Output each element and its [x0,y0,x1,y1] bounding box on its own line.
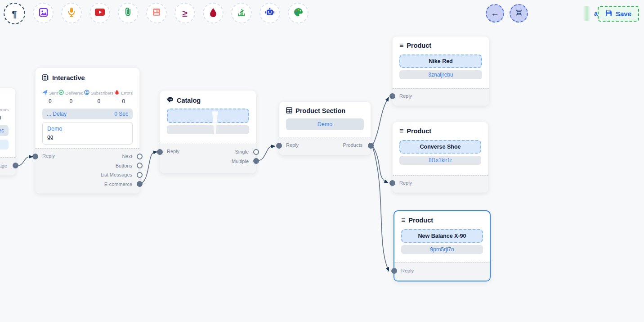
output-multiple-label: Multiple [232,158,249,164]
interactive-node[interactable]: Interactive Sent 0 Delivered 0 [35,68,140,194]
output-multiple-handle[interactable] [253,158,259,164]
delay-row[interactable]: ... Delay 0 Sec [42,109,133,119]
fit-view-button[interactable] [510,4,528,23]
tool-text-button[interactable]: ¶ [4,3,25,24]
image-icon [39,8,48,19]
node-title-label: Catalog [177,97,201,104]
node-title-label: Product [407,42,431,49]
message-output-handle[interactable] [13,163,18,168]
stat-errors: Errors 0 [0,105,9,121]
reply-input-handle[interactable] [157,149,163,155]
grid-icon [286,107,292,115]
catalog-dropzone[interactable] [167,109,249,123]
quick-reply-pill[interactable] [0,140,9,150]
tool-sequence-button[interactable]: ≥ [174,3,195,23]
reply-input-label: Reply [286,142,299,148]
product-ref: 3znaljrebu [399,70,482,79]
delay-row[interactable]: 0 Sec [0,125,9,136]
product-node-3[interactable]: ≡ Product New Balance X-90 9prn5rji7n Re… [394,210,491,281]
edge-products-to-product1 [372,100,387,146]
product-node-2[interactable]: ≡ Product Converse Shoe 8l1s1kir1r Reply [392,122,488,193]
delay-value: 0 Sec [114,111,128,117]
stat-sent: Sent 0 [42,89,58,104]
catalog-node[interactable]: Catalog Reply Single Multiple [160,90,256,173]
arrow-left-icon: ← [491,9,499,18]
product-name[interactable]: Converse Shoe [399,140,481,154]
tool-audio-button[interactable] [61,3,82,23]
reply-input-handle[interactable] [389,180,395,186]
output-buttons-label: Buttons [116,163,132,169]
output-ecommerce-handle[interactable] [137,181,143,187]
save-label: Save [616,10,631,18]
output-buttons-handle[interactable] [137,163,143,168]
save-button[interactable]: Save [598,6,639,22]
robot-icon [265,8,275,18]
back-button[interactable]: ← [486,4,504,23]
tool-video-button[interactable] [89,3,110,23]
product-node-1[interactable]: ≡ Product Nike Red 3znaljrebu Reply [392,36,489,106]
section-body[interactable]: Demo [286,118,364,130]
output-listmessages-label: List Messages [101,172,132,178]
menu-icon: ≡ [401,217,405,224]
tool-drip-button[interactable] [203,3,224,23]
droplet-icon [210,8,217,19]
node-stats: Sent 0 Delivered 0 Subscribers 0 [42,89,133,104]
palette-icon [294,8,303,18]
reply-input-label: Reply [399,180,412,186]
youtube-icon [95,9,105,18]
floppy-disk-icon [605,10,612,18]
product-ref: 8l1s1kir1r [399,156,481,165]
bug-icon [114,89,120,97]
share-glow [582,6,591,21]
product-name[interactable]: New Balance X-90 [401,229,483,243]
message-node-partial[interactable]: Errors 0 0 Sec Message [0,88,16,176]
reply-input-handle[interactable] [391,268,397,274]
tool-theme-button[interactable] [288,3,309,23]
product-name[interactable]: Nike Red [399,54,482,68]
stat-subscribers: Subscribers 0 [84,89,113,104]
reply-input-handle[interactable] [389,93,395,99]
pilcrow-icon: ¶ [12,9,17,18]
node-title-label: Product Section [295,107,345,114]
output-single-handle[interactable] [253,149,259,155]
edge-multiple-to-productsection [257,146,272,161]
node-title-label: Product [407,127,431,135]
product-section-node[interactable]: Product Section Demo Reply Products [279,101,371,155]
output-single-label: Single [235,149,249,155]
tool-image-button[interactable] [33,3,54,23]
tool-file-button[interactable] [118,3,139,23]
edge-products-to-product2 [372,146,385,181]
stat-errors: Errors 0 [114,89,133,104]
tool-bot-button[interactable] [259,3,280,23]
product-ref: 9prn5rji7n [401,245,483,254]
output-ecommerce-label: E-commerce [104,181,132,187]
compress-icon [515,9,523,18]
products-output-handle[interactable] [368,143,374,149]
output-next-label: Next [122,153,132,159]
reply-input-label: Reply [42,153,55,159]
catalog-placeholder [167,125,249,134]
reply-input-handle[interactable] [32,154,38,159]
check-circle-icon [58,89,64,97]
message-output-label: Message [0,163,7,168]
tool-template-button[interactable] [146,3,167,23]
node-title-label: Interactive [52,74,85,82]
microphone-icon [67,7,76,19]
stack-icon [237,8,246,18]
delay-label: ... Delay [47,111,67,117]
reply-input-label: Reply [399,93,412,99]
output-listmessages-handle[interactable] [137,172,143,178]
message-preview[interactable]: Demo gg [42,122,133,145]
reply-input-handle[interactable] [276,143,282,149]
tool-stack-button[interactable] [231,3,252,23]
reply-input-label: Reply [401,268,414,273]
menu-icon: ≡ [399,42,403,49]
newspaper-icon [152,8,161,18]
edge-products-to-product3 [372,146,388,268]
output-next-handle[interactable] [137,154,143,159]
greater-equal-icon: ≥ [182,9,188,18]
menu-icon: ≡ [399,127,403,135]
paper-plane-icon [42,89,48,97]
element-toolbar: ¶ ≥ [4,3,309,24]
paperclip-icon [124,7,133,19]
